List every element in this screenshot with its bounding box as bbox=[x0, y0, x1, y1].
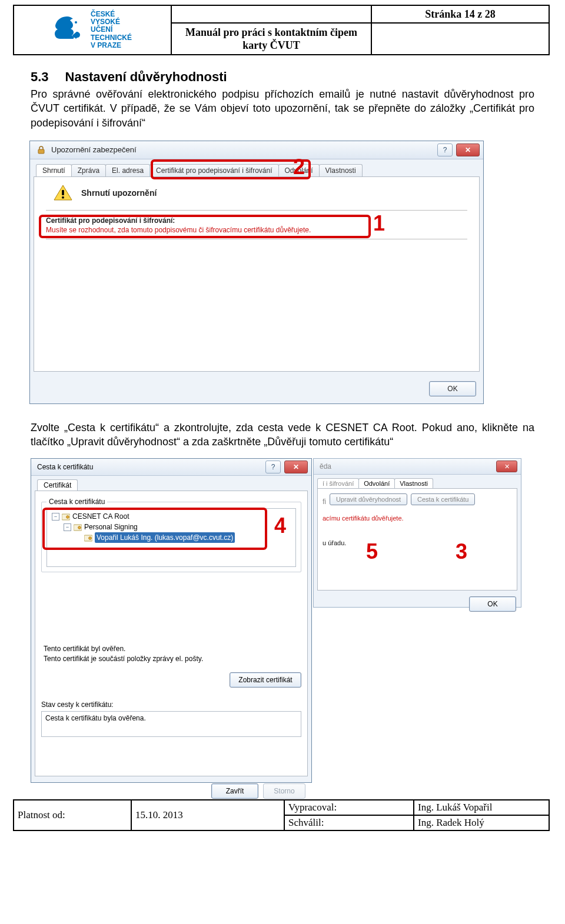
close-button[interactable]: ✕ bbox=[284, 461, 308, 473]
cvut-logo-text: ČESKÉ VYSOKÉ UČENÍ TECHNICKÉ V PRAZE bbox=[91, 11, 132, 49]
close-button[interactable]: ✕ bbox=[456, 144, 480, 156]
annotation-5: 5 bbox=[366, 539, 378, 564]
svg-rect-2 bbox=[62, 190, 64, 195]
caption-paragraph: Zvolte „Cesta k certifikátu“ a zkontrolu… bbox=[31, 421, 534, 449]
dialog1-body: Shrnutí upozornění Certifikát pro podepi… bbox=[34, 176, 480, 372]
page-header: ČESKÉ VYSOKÉ UČENÍ TECHNICKÉ V PRAZE Str… bbox=[13, 5, 550, 55]
warning-icon bbox=[53, 184, 73, 202]
intro-paragraph: Pro správné ověřování elektronického pod… bbox=[31, 87, 534, 130]
section-number: 5.3 bbox=[31, 69, 49, 85]
cert-path-button[interactable]: Cesta k certifikátu bbox=[411, 493, 475, 505]
ok-button[interactable]: OK bbox=[469, 596, 516, 612]
header-blank-right bbox=[372, 24, 550, 55]
bg-note-fragment: u úřadu. bbox=[323, 539, 512, 546]
svg-rect-1 bbox=[38, 149, 44, 154]
footer-label-approved: Schválil: bbox=[285, 816, 414, 831]
group-label-cert-path: Cesta k certifikátu bbox=[46, 498, 107, 506]
dialog2-composite: ěda ✕ í i šifrování Odvolání Vlastnosti … bbox=[31, 458, 524, 784]
footer-value-author: Ing. Lukáš Vopařil bbox=[414, 800, 550, 816]
dialog1-wrapper: Upozornění zabezpečení ? ✕ Shrnutí Zpráv… bbox=[29, 141, 485, 404]
section-title: Nastavení důvěryhodnosti bbox=[65, 69, 227, 85]
dialog1-titlebar[interactable]: Upozornění zabezpečení ? ✕ bbox=[30, 141, 483, 159]
svg-rect-3 bbox=[62, 196, 64, 199]
bg-tab-properties[interactable]: Vlastnosti bbox=[394, 478, 433, 488]
footer-label-validfrom: Platnost od: bbox=[14, 800, 132, 831]
show-certificate-button[interactable]: Zobrazit certifikát bbox=[230, 672, 301, 688]
bg-fragment-text: fi bbox=[323, 498, 326, 506]
help-button[interactable]: ? bbox=[265, 461, 281, 473]
bg-title-fragment: ěda bbox=[320, 462, 331, 471]
tab-summary[interactable]: Shrnutí bbox=[36, 164, 72, 176]
header-blank-top bbox=[172, 6, 372, 24]
ok-button[interactable]: OK bbox=[429, 381, 476, 396]
page-number: Stránka 14 z 28 bbox=[372, 6, 550, 24]
annotation-2: 2 bbox=[293, 155, 305, 179]
cvut-logo: ČESKÉ VYSOKÉ UČENÍ TECHNICKÉ V PRAZE bbox=[53, 11, 132, 49]
bg-tab-revocation[interactable]: Odvolání bbox=[358, 478, 395, 488]
highlight-box-2 bbox=[151, 159, 311, 179]
cancel-button: Storno bbox=[263, 783, 305, 799]
content: 5.3 Nastavení důvěryhodnosti Pro správné… bbox=[31, 69, 534, 404]
tab-properties[interactable]: Vlastnosti bbox=[319, 164, 363, 176]
status-label: Stav cesty k certifikátu: bbox=[41, 700, 301, 709]
annotation-1: 1 bbox=[373, 211, 385, 236]
bg-tab-fragment[interactable]: í i šifrování bbox=[317, 478, 359, 488]
highlight-box-4 bbox=[42, 508, 267, 550]
tab-email-address[interactable]: El. adresa bbox=[105, 164, 150, 176]
annotation-3: 3 bbox=[456, 539, 467, 564]
dialog2-title-text: Cesta k certifikátu bbox=[37, 463, 93, 471]
dialog2-titlebar[interactable]: Cesta k certifikátu ? ✕ bbox=[31, 459, 311, 476]
status-value: Cesta k certifikátu byla ověřena. bbox=[41, 711, 301, 737]
warning-title: Shrnutí upozornění bbox=[81, 188, 157, 198]
footer-value-approved: Ing. Radek Holý bbox=[414, 816, 550, 831]
verify-text: Tento certifikát byl ověřen. Tento certi… bbox=[41, 644, 301, 664]
cert-path-dialog: Cesta k certifikátu ? ✕ Certifikát Cesta… bbox=[31, 458, 312, 783]
verify-line-1: Tento certifikát byl ověřen. bbox=[44, 644, 299, 654]
help-button[interactable]: ? bbox=[437, 144, 453, 156]
cvut-lion-icon bbox=[53, 14, 85, 46]
section-heading: 5.3 Nastavení důvěryhodnosti bbox=[31, 69, 534, 85]
close-dialog-button[interactable]: Zavřít bbox=[211, 783, 258, 799]
tab-message[interactable]: Zpráva bbox=[71, 164, 106, 176]
manual-title: Manuál pro práci s kontaktním čipem kart… bbox=[172, 24, 372, 55]
footer-value-date: 15.10. 2013 bbox=[132, 800, 285, 831]
highlight-box-1 bbox=[39, 215, 371, 238]
tab-certificate[interactable]: Certifikát bbox=[37, 479, 78, 491]
svg-point-0 bbox=[75, 21, 77, 24]
edit-trust-button[interactable]: Upravit důvěryhodnost bbox=[330, 493, 407, 505]
bg-trust-message: acímu certifikátu důvěřujete. bbox=[323, 515, 512, 522]
close-button[interactable]: ✕ bbox=[496, 461, 517, 472]
dialog1-title-text: Upozornění zabezpečení bbox=[51, 145, 137, 154]
security-warning-dialog: Upozornění zabezpečení ? ✕ Shrnutí Zpráv… bbox=[29, 141, 484, 404]
verify-line-2: Tento certifikát je součástí položky zpr… bbox=[44, 654, 299, 664]
lock-icon bbox=[36, 145, 46, 155]
annotation-4: 4 bbox=[274, 513, 286, 538]
logo-cell: ČESKÉ VYSOKÉ UČENÍ TECHNICKÉ V PRAZE bbox=[14, 6, 172, 55]
background-dialog: ěda ✕ í i šifrování Odvolání Vlastnosti … bbox=[313, 458, 521, 608]
